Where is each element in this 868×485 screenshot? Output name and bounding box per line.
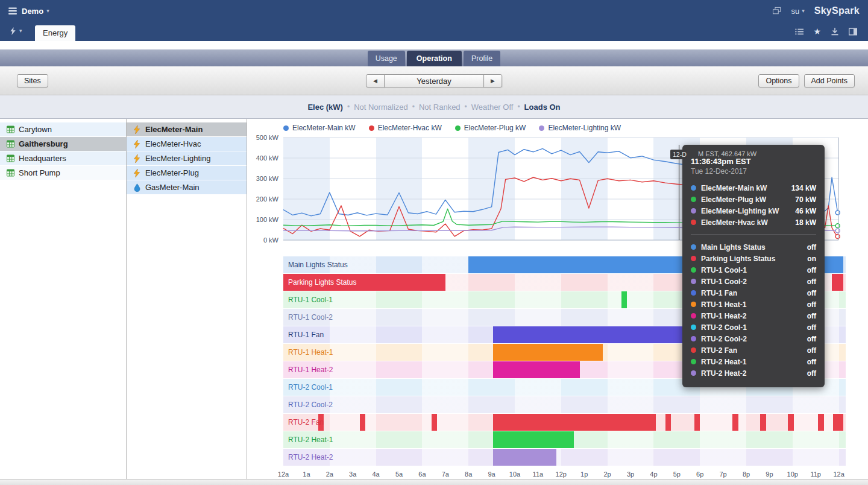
gantt-row-label: RTU-1 Fan: [288, 326, 324, 343]
tooltip-dot: [691, 197, 696, 202]
x-axis-label: 3p: [622, 471, 639, 478]
y-axis-label: 400 kW: [247, 154, 278, 162]
gantt-bar: [493, 344, 603, 361]
user-name: su: [791, 7, 799, 16]
equip-item-elecmeter-lighting[interactable]: ElecMeter-Lighting: [127, 151, 247, 165]
status-item-weather-off[interactable]: Weather Off: [471, 103, 514, 112]
star-icon[interactable]: ★: [813, 27, 821, 36]
user-menu[interactable]: su ▾: [791, 7, 804, 16]
app-menu[interactable]: ▾: [8, 27, 22, 35]
legend-item-elecmeter-lighting-kw[interactable]: ElecMeter-Lighting kW: [539, 124, 621, 132]
tooltip-point-name: RTU-1 Cool-2: [701, 277, 802, 286]
tab-operation[interactable]: Operation: [407, 51, 462, 66]
gantt-bar: [360, 414, 366, 431]
tooltip-point-value: 134 kW: [791, 184, 816, 192]
gantt-bar: [788, 414, 794, 431]
x-axis-label: 12a: [275, 471, 292, 478]
tooltip-point-value: off: [807, 346, 816, 355]
chevron-down-icon: ▾: [19, 28, 22, 34]
gantt-bar: [493, 361, 580, 378]
legend-item-elecmeter-plug-kw[interactable]: ElecMeter-Plug kW: [455, 124, 526, 132]
equip-item-elecmeter-hvac[interactable]: ElecMeter-Hvac: [127, 137, 247, 151]
equip-item-elecmeter-plug[interactable]: ElecMeter-Plug: [127, 166, 247, 180]
tooltip-point-name: RTU-1 Heat-2: [701, 312, 802, 320]
gantt-row-label: RTU-2 Cool-2: [288, 396, 333, 413]
prev-period-button[interactable]: ◀: [366, 74, 385, 87]
chart-right-axis: [838, 138, 839, 240]
gantt-row-label: RTU-1 Cool-2: [288, 309, 333, 326]
gantt-row-label: RTU-1 Heat-1: [288, 344, 333, 361]
status-item-loads-on[interactable]: Loads On: [524, 103, 561, 112]
gantt-row-rtu-2-fan[interactable]: RTU-2 Fan: [283, 414, 846, 431]
x-axis-label: 12a: [831, 471, 848, 478]
hover-time-flag: 12-D: [670, 150, 687, 159]
legend-dot: [539, 125, 544, 131]
tooltip-dot: [691, 185, 696, 191]
sidebar-item-carytown[interactable]: Carytown: [0, 122, 126, 136]
project-menu[interactable]: Demo ▾: [22, 7, 49, 16]
period-nav: ◀ Yesterday ▶: [366, 74, 502, 87]
windows-icon[interactable]: [773, 7, 781, 15]
equip-item-elecmeter-main[interactable]: ElecMeter-Main: [127, 122, 247, 136]
tab-energy[interactable]: Energy: [35, 25, 75, 41]
tooltip-row-rtu-1-heat-1: RTU-1 Heat-1off: [691, 299, 816, 310]
add-points-button[interactable]: Add Points: [804, 74, 855, 87]
download-icon[interactable]: [831, 27, 839, 36]
status-item-not-normalized[interactable]: Not Normalized: [354, 103, 408, 112]
tooltip-point-name: ElecMeter-Main kW: [701, 184, 787, 192]
tooltip-row-elecmeter-lighting-kw: ElecMeter-Lighting kW46 kW: [691, 205, 816, 217]
gantt-row-label: RTU-2 Fan: [288, 414, 324, 431]
skyspark-window: Demo ▾ su ▾ SkySpark ▾ Energy: [0, 0, 868, 485]
side-panel-icon[interactable]: [849, 27, 857, 36]
gantt-bar: [833, 414, 843, 431]
sites-button[interactable]: Sites: [17, 74, 48, 87]
gantt-row-rtu-2-heat-2[interactable]: RTU-2 Heat-2: [283, 449, 846, 466]
equip-item-gasmeter-main[interactable]: GasMeter-Main: [127, 180, 247, 194]
sidebar-item-headquarters[interactable]: Headquarters: [0, 151, 126, 165]
sidebar-item-short-pump[interactable]: Short Pump: [0, 166, 126, 180]
tooltip-row-rtu-2-heat-1: RTU-2 Heat-1off: [691, 356, 816, 367]
equip-name: ElecMeter-Lighting: [145, 154, 210, 163]
tab-profile[interactable]: Profile: [464, 51, 500, 66]
options-button-label: Options: [766, 77, 791, 85]
status-item-not-ranked[interactable]: Not Ranked: [419, 103, 461, 112]
next-period-button[interactable]: ▶: [483, 74, 502, 87]
tab-usage[interactable]: Usage: [368, 51, 405, 66]
sidebar-item-gaithersburg[interactable]: Gaithersburg: [0, 137, 126, 151]
gantt-row-rtu-2-heat-1[interactable]: RTU-2 Heat-1: [283, 431, 846, 448]
x-axis-label: 8p: [738, 471, 755, 478]
toolbar: Sites ◀ Yesterday ▶ Options Add Points: [0, 66, 868, 95]
droplet-icon: [133, 183, 141, 192]
legend-label: ElecMeter-Lighting kW: [548, 124, 621, 132]
status-item-elec-kw-[interactable]: Elec (kW): [307, 103, 343, 112]
period-label: Yesterday: [417, 77, 451, 86]
tooltip-point-name: RTU-2 Cool-2: [701, 335, 802, 343]
list-icon[interactable]: [795, 27, 804, 36]
add-points-button-label: Add Points: [811, 77, 848, 85]
tooltip-point-name: RTU-1 Fan: [701, 289, 802, 297]
gantt-bar: [694, 414, 700, 431]
gantt-bar: [432, 414, 438, 431]
site-icon: [6, 140, 14, 148]
x-axis-label: 4a: [368, 471, 385, 478]
x-axis-label: 1a: [298, 471, 315, 478]
menu-stack-icon[interactable]: [8, 7, 17, 15]
legend-item-elecmeter-main-kw[interactable]: ElecMeter-Main kW: [283, 124, 356, 132]
equip-name: GasMeter-Main: [145, 183, 200, 192]
bullet-separator: •: [465, 103, 467, 111]
gantt-row-rtu-2-cool-2[interactable]: RTU-2 Cool-2: [283, 396, 846, 413]
legend-label: ElecMeter-Plug kW: [464, 124, 526, 132]
x-axis-label: 6p: [691, 471, 708, 478]
options-button[interactable]: Options: [758, 74, 799, 87]
x-axis-label: 5p: [668, 471, 685, 478]
legend-dot: [369, 125, 374, 131]
gantt-bar: [493, 431, 574, 448]
tooltip-point-name: RTU-1 Heat-1: [701, 300, 802, 309]
period-button[interactable]: Yesterday: [384, 74, 484, 87]
site-name: Gaithersburg: [19, 139, 68, 148]
tooltip-point-value: off: [807, 277, 816, 286]
chevron-down-icon: ▾: [46, 8, 49, 14]
horizontal-scrollbar[interactable]: [0, 479, 868, 485]
legend-item-elecmeter-hvac-kw[interactable]: ElecMeter-Hvac kW: [369, 124, 442, 132]
bullet-separator: •: [517, 103, 520, 111]
